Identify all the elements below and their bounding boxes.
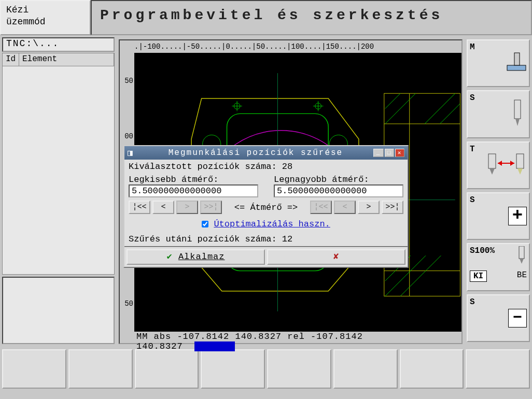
prev-max-button: < xyxy=(334,201,356,214)
minimize-button[interactable]: _ xyxy=(373,149,384,157)
svg-marker-36 xyxy=(510,161,514,166)
max-diameter-input[interactable] xyxy=(274,184,403,197)
page-title: Programbevitel és szerkesztés xyxy=(91,0,532,35)
side-panel: M S T S + xyxy=(465,35,532,346)
side-t-button[interactable]: T xyxy=(467,141,530,189)
be-label[interactable]: BE xyxy=(517,270,527,282)
softkey-8[interactable] xyxy=(466,349,530,389)
last-max-button[interactable]: >>¦ xyxy=(382,201,403,214)
selected-count-label: Kiválasztott pozíciók száma: 28 xyxy=(129,162,403,172)
list-header: Id Element xyxy=(2,53,115,66)
svg-line-25 xyxy=(425,93,455,124)
last-min-button: >>¦ xyxy=(200,201,222,214)
maximize-button[interactable]: □ xyxy=(385,149,394,157)
svg-rect-30 xyxy=(488,154,496,168)
mode-line-1: Kézi xyxy=(6,4,85,16)
svg-marker-33 xyxy=(517,168,523,175)
first-max-button: ¦<< xyxy=(310,201,332,214)
svg-rect-26 xyxy=(507,65,526,70)
svg-rect-28 xyxy=(514,100,521,119)
first-min-button[interactable]: ¦<< xyxy=(129,201,150,214)
tool-icon xyxy=(516,246,527,267)
svg-line-20 xyxy=(385,93,416,124)
cancel-button[interactable]: ✘ xyxy=(267,249,405,265)
ki-badge[interactable]: KI xyxy=(470,270,487,282)
svg-marker-38 xyxy=(520,259,524,264)
col-id: Id xyxy=(3,53,19,66)
col-element: Element xyxy=(19,53,114,66)
svg-rect-27 xyxy=(514,53,520,65)
side-s1-button[interactable]: S xyxy=(467,90,530,138)
footer-softkeys xyxy=(0,346,532,392)
side-s-plus-button[interactable]: S + xyxy=(467,192,530,240)
svg-line-24 xyxy=(440,104,460,124)
cross-icon: ✘ xyxy=(333,252,339,262)
element-list[interactable] xyxy=(2,66,115,275)
svg-marker-35 xyxy=(498,161,502,166)
side-m-button[interactable]: M xyxy=(467,39,530,87)
svg-line-19 xyxy=(385,93,400,108)
preview-box xyxy=(2,277,115,344)
max-diameter-label: Legnagyobb átmérő: xyxy=(274,175,403,184)
side-s100-button[interactable]: S100% KI BE xyxy=(467,243,530,291)
softkey-2[interactable] xyxy=(68,349,133,389)
status-bar: MM abs -107.8142 140.8327 rel -107.8142 … xyxy=(134,332,461,343)
prev-min-button[interactable]: < xyxy=(152,201,174,214)
mode-line-2: üzemmód xyxy=(6,16,85,28)
ruler-horizontal: .|-100.....|-50.....|0.....|50.....|100.… xyxy=(134,40,461,53)
tool-icon xyxy=(508,99,527,130)
next-max-button[interactable]: > xyxy=(358,201,380,214)
left-pane: TNC:\... Id Element xyxy=(0,35,117,346)
machine-icon xyxy=(502,51,527,76)
svg-marker-31 xyxy=(489,168,495,175)
min-diameter-label: Legkisebb átmérő: xyxy=(129,175,258,184)
cube-icon: ◨ xyxy=(128,148,138,158)
mode-box[interactable]: Kézi üzemmód xyxy=(0,0,91,35)
softkey-6[interactable] xyxy=(333,349,398,389)
svg-marker-29 xyxy=(515,119,520,126)
softkey-1[interactable] xyxy=(2,349,66,389)
softkey-4[interactable] xyxy=(201,349,265,389)
diameter-range-label: <= Átmérő => xyxy=(224,203,308,212)
plus-icon: + xyxy=(508,207,527,225)
svg-rect-37 xyxy=(519,246,524,259)
next-min-button: > xyxy=(176,201,198,214)
min-diameter-input[interactable] xyxy=(129,184,258,197)
svg-rect-32 xyxy=(516,154,524,168)
side-s-minus-button[interactable]: S – xyxy=(467,294,530,342)
check-icon: ✔ xyxy=(166,252,172,262)
apply-button[interactable]: ✔ Alkalmaz xyxy=(127,249,265,265)
filter-dialog: ◨ Megmunkálási pozíciók szűrése _ □ ✕ Ki… xyxy=(123,145,409,268)
close-button[interactable]: ✕ xyxy=(395,149,404,157)
softkey-7[interactable] xyxy=(400,349,464,389)
minus-icon: – xyxy=(508,309,527,327)
tool-change-icon xyxy=(485,151,527,179)
optimize-checkbox[interactable] xyxy=(202,221,208,227)
optimize-label[interactable]: Útoptimalizálás haszn. xyxy=(214,219,330,229)
softkey-5[interactable] xyxy=(267,349,331,389)
dialog-titlebar[interactable]: ◨ Megmunkálási pozíciók szűrése _ □ ✕ xyxy=(124,146,408,160)
filtered-count-label: Szűrés utáni pozíciók száma: 12 xyxy=(129,234,403,244)
path-box[interactable]: TNC:\... xyxy=(2,37,115,52)
softkey-3[interactable] xyxy=(135,349,199,389)
dialog-title: Megmunkálási pozíciók szűrése xyxy=(138,148,373,158)
